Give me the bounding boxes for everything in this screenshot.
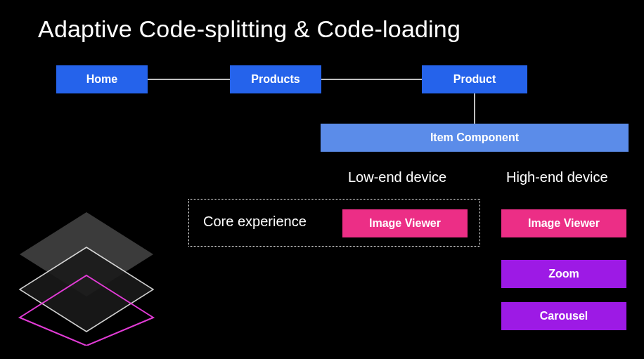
label-high-end: High-end device	[506, 169, 608, 185]
module-image-viewer-low-label: Image Viewer	[369, 217, 441, 230]
module-zoom: Zoom	[501, 260, 626, 288]
node-products-label: Products	[251, 73, 300, 86]
node-item-component-label: Item Component	[430, 131, 519, 144]
label-core-experience: Core experience	[203, 214, 307, 230]
module-image-viewer-low: Image Viewer	[342, 209, 468, 237]
connector-home-products	[148, 79, 230, 80]
module-zoom-label: Zoom	[548, 268, 579, 280]
node-item-component: Item Component	[321, 124, 629, 152]
label-low-end: Low-end device	[348, 169, 446, 185]
layers-icon	[13, 205, 160, 346]
node-product-label: Product	[453, 73, 496, 86]
node-product: Product	[422, 65, 527, 93]
module-image-viewer-high-label: Image Viewer	[528, 217, 600, 230]
module-carousel-label: Carousel	[540, 310, 588, 322]
page-title: Adaptive Code-splitting & Code-loading	[38, 15, 461, 43]
connector-product-item	[474, 93, 475, 124]
node-products: Products	[230, 65, 321, 93]
module-carousel: Carousel	[501, 302, 626, 330]
connector-products-product	[321, 79, 422, 80]
node-home-label: Home	[86, 73, 117, 86]
node-home: Home	[56, 65, 148, 93]
module-image-viewer-high: Image Viewer	[501, 209, 626, 237]
